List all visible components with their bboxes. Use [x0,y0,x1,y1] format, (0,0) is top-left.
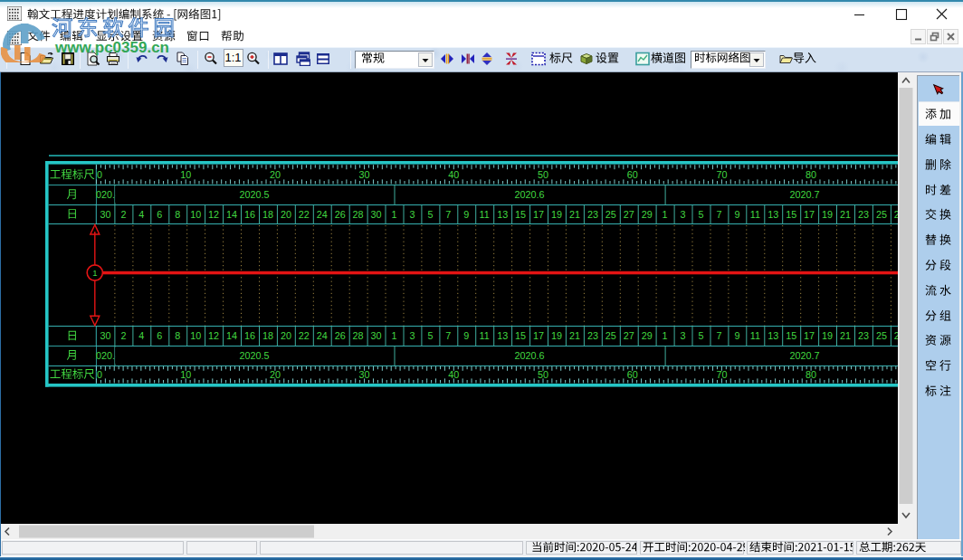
svg-text:11: 11 [750,209,760,220]
svg-text:7: 7 [716,330,721,341]
svg-text:1: 1 [391,330,396,341]
svg-text:4: 4 [138,330,144,341]
svg-text:7: 7 [445,209,451,220]
svg-text:23: 23 [858,209,869,220]
svg-text:13: 13 [768,209,778,220]
svg-text:18: 18 [262,330,273,341]
svg-text:19: 19 [822,209,833,220]
svg-text:9: 9 [734,330,739,341]
svg-text:16: 16 [244,330,255,341]
svg-text:6: 6 [157,209,162,220]
svg-text:18: 18 [262,209,273,220]
svg-text:12: 12 [208,209,219,220]
svg-text:80: 80 [806,169,816,180]
svg-text:12: 12 [208,330,219,341]
svg-text:1: 1 [663,209,668,220]
svg-text:29: 29 [642,209,653,220]
svg-text:26: 26 [335,330,346,341]
svg-text:15: 15 [515,209,526,220]
svg-text:11: 11 [480,209,490,220]
svg-text:14: 14 [226,330,237,341]
svg-text:20: 20 [270,369,281,380]
svg-text:30: 30 [359,169,370,180]
svg-text:50: 50 [538,169,548,180]
svg-text:2020.5: 2020.5 [239,350,269,361]
svg-text:30: 30 [359,369,370,380]
svg-text:9: 9 [463,330,469,341]
svg-text:30: 30 [371,330,382,341]
svg-text:19: 19 [551,330,562,341]
svg-text:3: 3 [681,209,686,220]
svg-text:1: 1 [663,330,668,341]
svg-text:14: 14 [226,209,237,220]
svg-text:2: 2 [120,330,126,341]
svg-text:27: 27 [624,209,634,220]
svg-text:13: 13 [497,330,508,341]
svg-text:17: 17 [533,209,544,220]
svg-text:7: 7 [716,209,721,220]
svg-text:9: 9 [463,209,469,220]
svg-text:21: 21 [840,330,851,341]
svg-text:23: 23 [587,209,598,220]
svg-text:25: 25 [605,330,616,341]
svg-text:2020.6: 2020.6 [515,189,545,200]
svg-text:40: 40 [448,169,459,180]
svg-text:2020.5: 2020.5 [239,189,269,200]
svg-text:70: 70 [716,169,727,180]
svg-text:21: 21 [569,209,580,220]
svg-text:40: 40 [448,369,459,380]
svg-text:28: 28 [353,209,364,220]
svg-text:27: 27 [624,330,634,341]
svg-text:25: 25 [876,330,887,341]
svg-text:10: 10 [180,169,191,180]
svg-text:13: 13 [768,330,778,341]
svg-text:20: 20 [281,330,291,341]
svg-text:9: 9 [734,209,739,220]
svg-text:2020.6: 2020.6 [515,350,545,361]
svg-text:70: 70 [716,369,727,380]
svg-text:5: 5 [698,209,703,220]
svg-text:20: 20 [270,169,281,180]
svg-text:24: 24 [317,330,328,341]
svg-text:13: 13 [497,209,508,220]
svg-text:60: 60 [627,169,638,180]
svg-text:25: 25 [605,209,616,220]
svg-text:30: 30 [371,209,382,220]
svg-text:0: 0 [97,169,102,180]
svg-text:20: 20 [281,209,291,220]
svg-text:29: 29 [642,330,653,341]
svg-text:15: 15 [786,330,796,341]
svg-text:28: 28 [353,330,364,341]
svg-text:17: 17 [804,330,815,341]
svg-text:6: 6 [157,330,162,341]
svg-text:23: 23 [587,330,598,341]
svg-text:5: 5 [427,209,433,220]
svg-text:8: 8 [175,209,180,220]
svg-text:15: 15 [786,209,796,220]
svg-text:19: 19 [551,209,562,220]
svg-text:2020.7: 2020.7 [790,189,820,200]
svg-text:24: 24 [317,209,328,220]
svg-text:3: 3 [409,330,415,341]
svg-text:1: 1 [92,268,97,278]
svg-text:26: 26 [335,209,346,220]
svg-text:22: 22 [299,209,310,220]
svg-text:0: 0 [97,369,102,380]
svg-text:5: 5 [427,330,433,341]
svg-text:21: 21 [840,209,851,220]
svg-text:15: 15 [515,330,526,341]
svg-text:7: 7 [445,330,451,341]
svg-text:10: 10 [190,209,201,220]
svg-text:22: 22 [299,330,310,341]
svg-text:17: 17 [804,209,815,220]
svg-text:50: 50 [538,369,548,380]
svg-text:2: 2 [120,209,126,220]
svg-text:5: 5 [698,330,703,341]
svg-text:10: 10 [180,369,191,380]
svg-text:8: 8 [175,330,180,341]
svg-text:2020.7: 2020.7 [790,350,820,361]
svg-text:11: 11 [480,330,490,341]
svg-text:30: 30 [100,209,110,220]
svg-text:80: 80 [806,369,816,380]
svg-text:23: 23 [858,330,869,341]
